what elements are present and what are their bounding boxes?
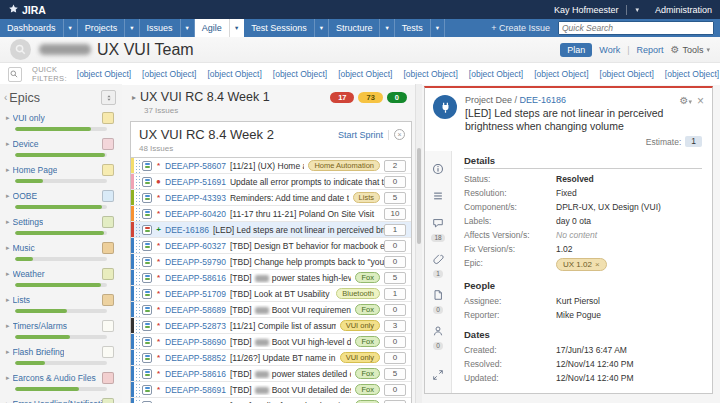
menu-item[interactable]: Structure ▾	[329, 19, 395, 37]
menu-item-label[interactable]: Issues	[140, 19, 180, 37]
pool-scrollbar-thumb[interactable]	[417, 148, 421, 244]
issue-key-link[interactable]: DEEAPP-58852	[165, 353, 226, 363]
chevron-down-icon[interactable]: ▾	[430, 19, 444, 37]
quick-filter-link[interactable]: [object Object]	[338, 69, 392, 79]
estimate-badge[interactable]: 0	[384, 256, 406, 268]
disclosure-triangle-icon[interactable]: ▸	[6, 374, 10, 382]
issue-key-link[interactable]: DEEAPP-58689	[165, 305, 226, 315]
issue-row[interactable]: * DEEAPP-58607 [11/21] (UX) Home automat…	[131, 158, 411, 174]
epic-name[interactable]: Lists	[13, 295, 30, 305]
drag-handle[interactable]	[134, 254, 140, 269]
issue-key-link[interactable]: DEEAPP-60420	[165, 209, 226, 219]
drag-handle[interactable]	[134, 270, 140, 285]
menu-item[interactable]: Agile ▾	[195, 19, 244, 37]
close-icon[interactable]: ×	[697, 96, 704, 106]
drag-handle[interactable]	[134, 158, 140, 173]
drag-handle[interactable]	[134, 238, 140, 253]
issue-row[interactable]: * DEEAPP-58612 [TBD] Audit of Doppler do…	[131, 398, 411, 403]
epic-item[interactable]: ▸ OOBE	[0, 185, 122, 209]
quick-filter-link[interactable]: [object Object]	[77, 69, 131, 79]
issue-row[interactable]: * DEEAPP-52873 [11/21] Compile list of a…	[131, 318, 411, 334]
issue-key-link[interactable]: DEEAPP-60327	[165, 241, 226, 251]
epic-item[interactable]: ▸ Timers/Alarms	[0, 315, 122, 339]
menu-item[interactable]: Test Sessions ▾	[244, 19, 329, 37]
issue-row[interactable]: * DEEAPP-59790 [TBD] Change help prompts…	[131, 254, 411, 270]
epic-name[interactable]: VUI only	[13, 113, 45, 123]
issue-key-link[interactable]: DEE-16186	[520, 95, 567, 105]
epic-name[interactable]: Timers/Alarms	[13, 321, 67, 331]
epic-name[interactable]: Music	[13, 243, 35, 253]
drag-handle[interactable]	[134, 222, 140, 237]
estimate-value[interactable]: 1	[685, 136, 702, 147]
issue-key-link[interactable]: DEEAPP-59790	[165, 257, 226, 267]
epic-item[interactable]: ▸ Lists	[0, 289, 122, 313]
estimate-badge[interactable]: 5	[384, 400, 406, 403]
menu-item[interactable]: Dashboards ▾	[0, 19, 78, 37]
estimate-badge[interactable]: 10	[384, 208, 406, 220]
estimate-badge[interactable]: 5	[384, 368, 406, 380]
disclosure-triangle-icon[interactable]: ▸	[6, 296, 10, 304]
issue-key-link[interactable]: DEEAPP-58616	[165, 369, 226, 379]
epic-tag[interactable]: UX 1.02×	[556, 258, 607, 271]
epic-item[interactable]: ▸ VUI only	[0, 107, 122, 131]
collapse-panel-icon[interactable]: ‹	[4, 92, 7, 103]
epic-item[interactable]: ▸ Home Page	[0, 159, 122, 183]
estimate-badge[interactable]: 1	[384, 288, 406, 300]
menu-item-label[interactable]: Agile	[195, 19, 229, 37]
menu-item-label[interactable]: Projects	[78, 19, 125, 37]
issue-key-link[interactable]: DEEAPP-58690	[165, 337, 226, 347]
tools-button[interactable]: ⚙ Tools ▾	[671, 44, 711, 55]
create-issue-button[interactable]: + Create Issue	[491, 23, 550, 33]
disclosure-triangle-icon[interactable]: ▸	[6, 348, 10, 356]
detail-tab[interactable]: 0	[432, 323, 444, 350]
detail-tab[interactable]	[432, 161, 444, 179]
epic-name[interactable]: Device	[13, 139, 39, 149]
estimate-badge[interactable]: 3	[384, 320, 406, 332]
detail-tab[interactable]	[432, 188, 444, 206]
work-button[interactable]: Work	[599, 45, 620, 55]
detail-tab[interactable]: 18	[431, 215, 444, 242]
chevron-down-icon[interactable]: ▾	[124, 19, 138, 37]
quick-filter-link[interactable]: [object Object]	[469, 69, 523, 79]
drag-handle[interactable]	[134, 206, 140, 221]
epic-name[interactable]: Home Page	[13, 165, 58, 175]
disclosure-triangle-icon[interactable]: ▸	[6, 166, 10, 174]
drag-handle[interactable]	[134, 286, 140, 301]
disclosure-triangle-icon[interactable]: ▸	[6, 218, 10, 226]
quick-filter-link[interactable]: [object Object]	[534, 69, 588, 79]
issue-key-link[interactable]: DEEAPP-58691	[165, 385, 226, 395]
chevron-down-icon[interactable]: ▾	[63, 19, 77, 37]
quick-filter-link[interactable]: [object Object]	[665, 69, 719, 79]
menu-item-label[interactable]: Dashboards	[0, 19, 63, 37]
detail-tab[interactable]: 0	[432, 287, 444, 314]
chevron-down-icon[interactable]: ▾	[229, 19, 243, 37]
remove-sprint-icon[interactable]: ×	[394, 129, 405, 140]
issue-row[interactable]: * DEEAPP-43393 Reminders: Add time and d…	[131, 190, 411, 206]
disclosure-triangle-icon[interactable]: ▸	[6, 322, 10, 330]
epic-name[interactable]: Flash Briefing	[13, 347, 65, 357]
estimate-badge[interactable]: 0	[384, 384, 406, 396]
disclosure-triangle-icon[interactable]: ▸	[6, 114, 10, 122]
issue-key-link[interactable]: DEEAPP-58607	[165, 161, 226, 171]
remove-epic-icon[interactable]: ×	[595, 260, 600, 269]
estimate-badge[interactable]: 0	[384, 352, 406, 364]
drag-handle[interactable]	[134, 382, 140, 397]
quick-filter-link[interactable]: [object Object]	[403, 69, 457, 79]
drag-handle[interactable]	[134, 334, 140, 349]
disclosure-triangle-icon[interactable]: ▸	[132, 93, 136, 102]
issue-row[interactable]: * DEEAPP-58689 [TBD]Boot VUI requirement…	[131, 302, 411, 318]
plan-button[interactable]: Plan	[560, 43, 592, 57]
epic-name[interactable]: Weather	[13, 269, 45, 279]
drag-handle[interactable]	[134, 174, 140, 189]
start-sprint-link[interactable]: Start Sprint	[338, 130, 383, 140]
epic-name[interactable]: Settings	[13, 217, 44, 227]
estimate-badge[interactable]: 0	[384, 336, 406, 348]
quick-filter-link[interactable]: [object Object]	[207, 69, 261, 79]
estimate-badge[interactable]: 0	[384, 176, 406, 188]
epic-name[interactable]: Earcons & Audio Files	[13, 373, 96, 383]
administration-link[interactable]: Administration	[655, 5, 712, 15]
quick-filter-link[interactable]: [object Object]	[273, 69, 327, 79]
chevron-down-icon[interactable]: ▾	[180, 19, 194, 37]
panel-gear-icon[interactable]: ⚙▾	[680, 95, 692, 106]
issue-key-link[interactable]: DEEAPP-51709	[165, 289, 226, 299]
